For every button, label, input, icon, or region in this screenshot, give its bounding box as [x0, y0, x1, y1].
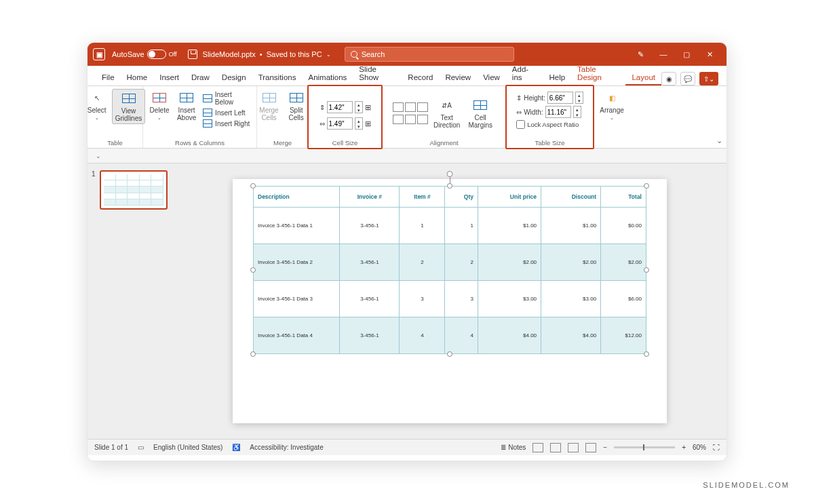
- table-cell[interactable]: $1.00: [541, 208, 601, 244]
- arrange-button[interactable]: ◧ Arrange ⌄: [597, 89, 627, 122]
- table-header[interactable]: Unit price: [478, 187, 541, 208]
- slide-canvas[interactable]: DescriptionInvoice #Item #QtyUnit priceD…: [173, 163, 726, 439]
- tab-animations[interactable]: Animations: [302, 69, 353, 85]
- table-cell[interactable]: $2.00: [601, 244, 646, 281]
- table-cell[interactable]: $1.00: [478, 208, 541, 244]
- selected-table[interactable]: DescriptionInvoice #Item #QtyUnit priceD…: [253, 186, 646, 354]
- tab-insert[interactable]: Insert: [153, 69, 185, 85]
- table-cell[interactable]: 2: [400, 244, 445, 281]
- table-cell[interactable]: $12.00: [601, 317, 646, 354]
- table-header[interactable]: Total: [601, 187, 646, 208]
- merge-cells-button[interactable]: Merge Cells: [256, 89, 281, 123]
- fit-to-window-button[interactable]: ⛶: [713, 444, 720, 451]
- tab-view[interactable]: View: [477, 69, 506, 85]
- insert-left-button[interactable]: Insert Left: [201, 108, 252, 117]
- language-status[interactable]: English (United States): [153, 444, 222, 451]
- resize-handle-nw[interactable]: [250, 183, 256, 189]
- table-cell[interactable]: $4.00: [478, 317, 541, 354]
- normal-view-button[interactable]: [532, 443, 543, 452]
- table-cell[interactable]: 3-456-1: [340, 317, 400, 354]
- table-cell[interactable]: Invoice 3-456-1 Data 3: [254, 281, 340, 317]
- view-gridlines-button[interactable]: View Gridlines: [112, 89, 145, 124]
- tab-help[interactable]: Help: [543, 69, 571, 85]
- table-header[interactable]: Invoice #: [340, 187, 400, 208]
- table-cell[interactable]: $0.00: [601, 208, 646, 244]
- table-cell[interactable]: $2.00: [478, 244, 541, 281]
- zoom-out-button[interactable]: −: [603, 444, 607, 451]
- tab-home[interactable]: Home: [121, 69, 154, 85]
- resize-handle-se[interactable]: [644, 351, 649, 357]
- align-left-button[interactable]: [393, 102, 404, 112]
- share-button[interactable]: ⇧⌄: [699, 72, 718, 85]
- insert-right-button[interactable]: Insert Right: [201, 119, 252, 128]
- record-mode-button[interactable]: ◉: [661, 72, 676, 85]
- split-cells-button[interactable]: Split Cells: [284, 89, 309, 123]
- align-top-button[interactable]: [393, 115, 404, 124]
- zoom-value[interactable]: 60%: [693, 444, 706, 451]
- resize-handle-ne[interactable]: [644, 183, 649, 189]
- slideshow-view-button[interactable]: [585, 443, 596, 452]
- cell-margins-button[interactable]: Cell Margins: [465, 96, 495, 130]
- tab-slideshow[interactable]: Slide Show: [353, 61, 402, 85]
- table-cell[interactable]: Invoice 3-456-1 Data 4: [254, 317, 340, 354]
- minimize-button[interactable]: —: [652, 43, 675, 66]
- table-cell[interactable]: 4: [445, 317, 478, 354]
- table-row[interactable]: Invoice 3-456-1 Data 13-456-111$1.00$1.0…: [254, 208, 646, 244]
- pen-icon[interactable]: ✎: [629, 43, 652, 66]
- table-row[interactable]: Invoice 3-456-1 Data 33-456-133$3.00$3.0…: [254, 281, 646, 317]
- tab-draw[interactable]: Draw: [185, 69, 216, 85]
- comments-button[interactable]: 💬: [680, 72, 695, 85]
- col-width-input[interactable]: ⇔ ▴▾ ⊞: [319, 117, 371, 130]
- align-bottom-button[interactable]: [417, 115, 428, 124]
- chevron-down-icon[interactable]: ⌄: [326, 52, 331, 58]
- align-center-button[interactable]: [405, 102, 416, 112]
- close-button[interactable]: ✕: [698, 43, 721, 66]
- table-cell[interactable]: 1: [400, 208, 445, 244]
- text-direction-button[interactable]: ⇵A Text Direction: [431, 96, 463, 130]
- thumbnail-1[interactable]: 1: [93, 170, 168, 210]
- table-row[interactable]: Invoice 3-456-1 Data 23-456-122$2.00$2.0…: [254, 244, 646, 281]
- search-input[interactable]: Search: [345, 47, 514, 62]
- table-header[interactable]: Discount: [541, 187, 601, 208]
- tab-file[interactable]: File: [96, 69, 121, 85]
- tab-transitions[interactable]: Transitions: [252, 69, 303, 85]
- resize-handle-sw[interactable]: [250, 351, 256, 357]
- collapse-ribbon-button[interactable]: ⌄: [716, 136, 722, 145]
- distribute-rows-icon[interactable]: ⊞: [365, 103, 371, 112]
- delete-button[interactable]: Delete ⌄: [147, 89, 172, 122]
- table-cell[interactable]: $4.00: [541, 317, 601, 354]
- table-cell[interactable]: $3.00: [478, 281, 541, 317]
- zoom-in-button[interactable]: +: [682, 444, 686, 451]
- table-cell[interactable]: 4: [400, 317, 445, 354]
- rotate-handle[interactable]: [447, 171, 453, 177]
- table-cell[interactable]: Invoice 3-456-1 Data 2: [254, 244, 340, 281]
- row-height-input[interactable]: ⇕ ▴▾ ⊞: [319, 101, 371, 113]
- notes-button[interactable]: ≣ Notes: [501, 444, 526, 451]
- data-table[interactable]: DescriptionInvoice #Item #QtyUnit priceD…: [253, 186, 646, 354]
- tab-design[interactable]: Design: [216, 69, 252, 85]
- qat-dropdown[interactable]: ⌄: [96, 153, 101, 159]
- table-header[interactable]: Description: [254, 187, 340, 208]
- table-cell[interactable]: Invoice 3-456-1 Data 1: [254, 208, 340, 244]
- lock-aspect-checkbox[interactable]: Lock Aspect Ratio: [516, 120, 579, 129]
- table-cell[interactable]: 3: [400, 281, 445, 317]
- reading-view-button[interactable]: [568, 443, 579, 452]
- table-cell[interactable]: $3.00: [541, 281, 601, 317]
- zoom-slider[interactable]: [614, 446, 675, 448]
- table-header[interactable]: Qty: [445, 187, 478, 208]
- accessibility-status[interactable]: Accessibility: Investigate: [250, 444, 323, 451]
- tab-review[interactable]: Review: [439, 69, 477, 85]
- table-height-input[interactable]: ⇕ Height: ▴▾: [516, 92, 583, 104]
- select-button[interactable]: ↖ Select ⌄: [87, 89, 109, 122]
- table-cell[interactable]: $6.00: [601, 281, 646, 317]
- tab-addins[interactable]: Add-ins: [506, 61, 543, 85]
- table-row[interactable]: Invoice 3-456-1 Data 43-456-144$4.00$4.0…: [254, 317, 646, 354]
- save-icon[interactable]: [188, 50, 197, 59]
- resize-handle-e[interactable]: [644, 267, 649, 273]
- resize-handle-s[interactable]: [447, 351, 452, 357]
- sorter-view-button[interactable]: [550, 443, 561, 452]
- table-cell[interactable]: 3: [445, 281, 478, 317]
- resize-handle-n[interactable]: [447, 183, 452, 189]
- insert-above-button[interactable]: Insert Above: [174, 89, 199, 123]
- notes-icon[interactable]: ▭: [138, 444, 144, 451]
